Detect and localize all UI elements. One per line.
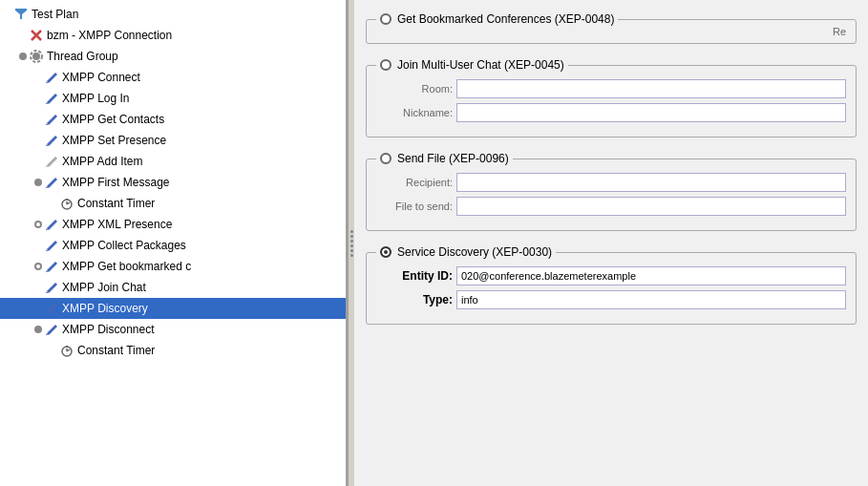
tree-item-xmpp-discovery[interactable]: XMPP Discovery xyxy=(0,298,346,319)
field-input-recipient-field[interactable] xyxy=(456,173,846,192)
section-content-service-discovery: Entity ID:020@conference.blazemeterexamp… xyxy=(376,261,846,309)
field-value-type-field[interactable]: info xyxy=(456,290,846,309)
divider-dot xyxy=(350,230,353,233)
radio-get-bookmarked[interactable] xyxy=(380,13,392,25)
svg-marker-20 xyxy=(47,220,57,230)
section-header-service-discovery: Service Discovery (XEP-0030) xyxy=(376,245,556,259)
field-input-file-field[interactable] xyxy=(456,197,846,216)
divider-dot xyxy=(350,244,353,247)
radio-service-discovery[interactable] xyxy=(380,246,392,258)
tree-item-xmpp-first-msg[interactable]: XMPP First Message xyxy=(0,172,346,193)
pencil-icon xyxy=(44,217,59,232)
pencil-icon xyxy=(44,238,59,253)
tree-item-label: XMPP XML Presence xyxy=(62,218,172,231)
tree-item-xmpp-add-item[interactable]: XMPP Add Item xyxy=(0,151,346,172)
pencil-icon xyxy=(44,301,59,316)
tree-item-label: XMPP Get Contacts xyxy=(62,113,164,126)
field-input-nickname-field[interactable] xyxy=(456,103,846,122)
divider-dots xyxy=(350,230,353,257)
tree-connector-dot xyxy=(19,53,27,60)
tree-item-constant-timer-2[interactable]: Constant Timer xyxy=(0,340,346,361)
form-row-room-field: Room: xyxy=(376,79,846,98)
svg-marker-8 xyxy=(47,115,57,125)
tree-item-constant-timer-1[interactable]: Constant Timer xyxy=(0,193,346,214)
section-header-join-multi-user: Join Multi-User Chat (XEP-0045) xyxy=(376,58,568,72)
form-row-entity-id-field: Entity ID:020@conference.blazemeterexamp… xyxy=(376,266,846,285)
svg-marker-14 xyxy=(47,178,57,188)
timer-icon xyxy=(59,196,74,211)
tree-item-test-plan[interactable]: Test Plan xyxy=(0,4,346,25)
radio-join-multi-user[interactable] xyxy=(380,59,392,71)
tree-container[interactable]: Test Planbzm - XMPP ConnectionThread Gro… xyxy=(0,0,346,486)
section-send-file: Send File (XEP-0096)Recipient:File to se… xyxy=(366,158,857,231)
section-header-send-file: Send File (XEP-0096) xyxy=(376,152,513,165)
field-value-entity-id-field[interactable]: 020@conference.blazemeterexample xyxy=(456,266,846,285)
tree-item-label: Test Plan xyxy=(32,8,78,21)
tree-item-xmpp-contacts[interactable]: XMPP Get Contacts xyxy=(0,109,346,130)
section-title-join-multi-user: Join Multi-User Chat (XEP-0045) xyxy=(397,58,564,72)
tree-item-xmpp-login[interactable]: XMPP Log In xyxy=(0,88,346,109)
tree-item-label: Constant Timer xyxy=(77,197,155,210)
tree-item-xmpp-xml-presence[interactable]: XMPP XML Presence xyxy=(0,214,346,235)
field-label-nickname-field: Nickname: xyxy=(376,107,453,118)
form-row-recipient-field: Recipient: xyxy=(376,173,846,192)
tree-item-bzm-xmpp[interactable]: bzm - XMPP Connection xyxy=(0,25,346,46)
pencil-icon xyxy=(44,259,59,274)
tree-item-xmpp-join-chat[interactable]: XMPP Join Chat xyxy=(0,277,346,298)
radio-send-file[interactable] xyxy=(380,153,392,164)
tree-item-label: XMPP Connect xyxy=(62,71,140,84)
tree-connector-dot xyxy=(34,221,42,228)
tree-item-xmpp-bookmarked[interactable]: XMPP Get bookmarked c xyxy=(0,256,346,277)
tree-item-label: XMPP Discovery xyxy=(62,302,148,315)
left-panel: Test Planbzm - XMPP ConnectionThread Gro… xyxy=(0,0,349,486)
section-title-send-file: Send File (XEP-0096) xyxy=(397,152,509,165)
tree-item-xmpp-connect[interactable]: XMPP Connect xyxy=(0,67,346,88)
svg-marker-4 xyxy=(47,73,57,83)
field-label-room-field: Room: xyxy=(376,83,453,95)
section-header-get-bookmarked: Get Bookmarked Conferences (XEP-0048) xyxy=(376,12,618,26)
svg-marker-26 xyxy=(47,283,57,293)
tree-item-label: XMPP Add Item xyxy=(62,155,143,168)
tree-item-label: Thread Group xyxy=(47,50,118,63)
tree-connector-dot xyxy=(34,326,42,333)
partial-label-get-bookmarked: Re xyxy=(833,26,846,37)
pencil-icon xyxy=(44,133,59,148)
section-join-multi-user: Join Multi-User Chat (XEP-0045)Room:Nick… xyxy=(366,65,857,137)
tree-item-xmpp-presence[interactable]: XMPP Set Presence xyxy=(0,130,346,151)
field-label-type-field: Type: xyxy=(376,293,453,306)
tree-item-thread-group[interactable]: Thread Group xyxy=(0,46,346,67)
svg-marker-28 xyxy=(47,304,57,314)
field-label-recipient-field: Recipient: xyxy=(376,177,453,188)
gear-icon xyxy=(29,49,44,64)
section-get-bookmarked: Get Bookmarked Conferences (XEP-0048)Re xyxy=(366,19,857,44)
svg-marker-12 xyxy=(47,157,57,167)
divider-dot xyxy=(350,249,353,252)
tree-item-label: XMPP Set Presence xyxy=(62,134,166,147)
tree-connector-dot xyxy=(34,263,42,270)
tree-connector-dot xyxy=(34,179,42,186)
field-input-room-field[interactable] xyxy=(456,79,846,98)
svg-point-3 xyxy=(32,53,40,60)
divider-dot xyxy=(350,235,353,238)
svg-marker-22 xyxy=(47,241,57,251)
pencil-icon xyxy=(44,175,59,190)
form-row-nickname-field: Nickname: xyxy=(376,103,846,122)
section-service-discovery: Service Discovery (XEP-0030)Entity ID:02… xyxy=(366,252,857,325)
tree-item-label: Constant Timer xyxy=(77,344,155,357)
svg-marker-30 xyxy=(47,325,57,335)
svg-marker-6 xyxy=(47,94,57,104)
tree-item-label: XMPP First Message xyxy=(62,176,169,189)
section-title-get-bookmarked: Get Bookmarked Conferences (XEP-0048) xyxy=(397,12,614,26)
tree-item-label: bzm - XMPP Connection xyxy=(47,29,172,42)
section-content-join-multi-user: Room:Nickname: xyxy=(376,74,846,122)
pencil-gray-icon xyxy=(44,154,59,169)
right-panel: Get Bookmarked Conferences (XEP-0048)ReJ… xyxy=(354,0,868,486)
pencil-icon xyxy=(44,280,59,295)
field-label-entity-id-field: Entity ID: xyxy=(376,269,453,283)
tree-item-xmpp-collect[interactable]: XMPP Collect Packages xyxy=(0,235,346,256)
pencil-icon xyxy=(44,112,59,127)
tree-item-label: XMPP Collect Packages xyxy=(62,239,186,252)
wrench-icon xyxy=(29,28,44,43)
tree-item-xmpp-disconnect[interactable]: XMPP Disconnect xyxy=(0,319,346,340)
svg-marker-24 xyxy=(47,262,57,272)
